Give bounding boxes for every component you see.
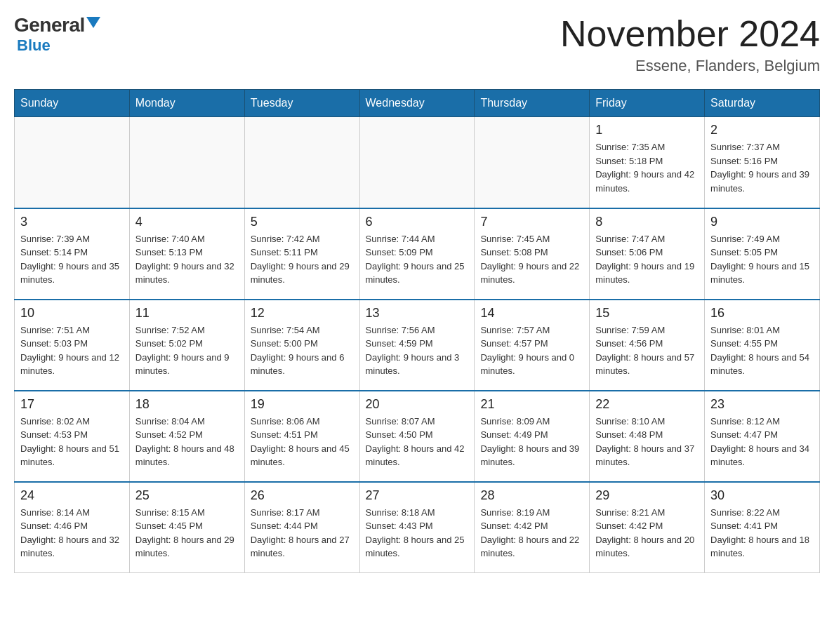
col-sunday: Sunday: [15, 90, 130, 117]
table-row: 13Sunrise: 7:56 AMSunset: 4:59 PMDayligh…: [359, 300, 475, 391]
calendar-row: 10Sunrise: 7:51 AMSunset: 5:03 PMDayligh…: [15, 300, 820, 391]
day-number: 12: [251, 306, 354, 321]
title-section: November 2024 Essene, Flanders, Belgium: [560, 14, 820, 75]
calendar-row: 24Sunrise: 8:14 AMSunset: 4:46 PMDayligh…: [15, 482, 820, 573]
logo-triangle-icon: [86, 17, 100, 28]
day-info: Sunrise: 8:09 AMSunset: 4:49 PMDaylight:…: [480, 415, 583, 469]
table-row: 9Sunrise: 7:49 AMSunset: 5:05 PMDaylight…: [705, 208, 820, 300]
table-row: 16Sunrise: 8:01 AMSunset: 4:55 PMDayligh…: [705, 300, 820, 391]
day-number: 28: [480, 488, 583, 503]
table-row: 15Sunrise: 7:59 AMSunset: 4:56 PMDayligh…: [590, 300, 705, 391]
day-number: 29: [595, 488, 699, 503]
table-row: 2Sunrise: 7:37 AMSunset: 5:16 PMDaylight…: [705, 117, 820, 208]
day-info: Sunrise: 8:19 AMSunset: 4:42 PMDaylight:…: [480, 506, 583, 561]
col-monday: Monday: [129, 90, 244, 117]
day-info: Sunrise: 8:01 AMSunset: 4:55 PMDaylight:…: [710, 323, 814, 378]
table-row: 26Sunrise: 8:17 AMSunset: 4:44 PMDayligh…: [244, 482, 359, 573]
table-row: 4Sunrise: 7:40 AMSunset: 5:13 PMDaylight…: [129, 208, 244, 300]
table-row: 12Sunrise: 7:54 AMSunset: 5:00 PMDayligh…: [244, 300, 359, 391]
table-row: 19Sunrise: 8:06 AMSunset: 4:51 PMDayligh…: [244, 391, 359, 482]
day-number: 14: [480, 306, 583, 321]
table-row: 7Sunrise: 7:45 AMSunset: 5:08 PMDaylight…: [475, 208, 590, 300]
day-number: 15: [595, 306, 699, 321]
day-info: Sunrise: 7:57 AMSunset: 4:57 PMDaylight:…: [480, 323, 583, 378]
day-info: Sunrise: 8:22 AMSunset: 4:41 PMDaylight:…: [710, 506, 814, 561]
table-row: 25Sunrise: 8:15 AMSunset: 4:45 PMDayligh…: [129, 482, 244, 573]
location-subtitle: Essene, Flanders, Belgium: [560, 57, 820, 75]
page-header: General Blue November 2024 Essene, Fland…: [14, 14, 820, 75]
calendar-table: Sunday Monday Tuesday Wednesday Thursday…: [14, 89, 820, 573]
table-row: 17Sunrise: 8:02 AMSunset: 4:53 PMDayligh…: [15, 391, 130, 482]
month-year-title: November 2024: [560, 14, 820, 54]
day-info: Sunrise: 7:37 AMSunset: 5:16 PMDaylight:…: [710, 140, 814, 195]
calendar-header-row: Sunday Monday Tuesday Wednesday Thursday…: [15, 90, 820, 117]
day-info: Sunrise: 8:21 AMSunset: 4:42 PMDaylight:…: [595, 506, 699, 561]
day-number: 19: [251, 397, 354, 412]
day-info: Sunrise: 8:04 AMSunset: 4:52 PMDaylight:…: [135, 415, 239, 469]
day-number: 1: [595, 123, 699, 137]
day-number: 4: [135, 215, 239, 229]
table-row: 23Sunrise: 8:12 AMSunset: 4:47 PMDayligh…: [705, 391, 820, 482]
day-info: Sunrise: 7:49 AMSunset: 5:05 PMDaylight:…: [710, 232, 814, 287]
day-info: Sunrise: 7:56 AMSunset: 4:59 PMDaylight:…: [366, 323, 469, 378]
day-number: 13: [366, 306, 469, 321]
day-number: 10: [20, 306, 124, 321]
table-row: 24Sunrise: 8:14 AMSunset: 4:46 PMDayligh…: [15, 482, 130, 573]
day-info: Sunrise: 7:54 AMSunset: 5:00 PMDaylight:…: [251, 323, 354, 378]
table-row: 30Sunrise: 8:22 AMSunset: 4:41 PMDayligh…: [705, 482, 820, 573]
day-info: Sunrise: 7:59 AMSunset: 4:56 PMDaylight:…: [595, 323, 699, 378]
day-number: 22: [595, 397, 699, 412]
table-row: [129, 117, 244, 208]
day-info: Sunrise: 7:35 AMSunset: 5:18 PMDaylight:…: [595, 140, 699, 195]
table-row: 1Sunrise: 7:35 AMSunset: 5:18 PMDaylight…: [590, 117, 705, 208]
col-wednesday: Wednesday: [359, 90, 475, 117]
day-number: 30: [710, 488, 814, 503]
day-number: 8: [595, 215, 699, 229]
table-row: [15, 117, 130, 208]
day-number: 21: [480, 397, 583, 412]
day-number: 24: [20, 488, 124, 503]
day-number: 11: [135, 306, 239, 321]
table-row: 28Sunrise: 8:19 AMSunset: 4:42 PMDayligh…: [475, 482, 590, 573]
day-number: 26: [251, 488, 354, 503]
table-row: 6Sunrise: 7:44 AMSunset: 5:09 PMDaylight…: [359, 208, 475, 300]
day-info: Sunrise: 7:40 AMSunset: 5:13 PMDaylight:…: [135, 232, 239, 287]
day-info: Sunrise: 8:15 AMSunset: 4:45 PMDaylight:…: [135, 506, 239, 561]
table-row: 10Sunrise: 7:51 AMSunset: 5:03 PMDayligh…: [15, 300, 130, 391]
table-row: [475, 117, 590, 208]
day-number: 2: [710, 123, 814, 137]
table-row: 27Sunrise: 8:18 AMSunset: 4:43 PMDayligh…: [359, 482, 475, 573]
day-number: 7: [480, 215, 583, 229]
table-row: 21Sunrise: 8:09 AMSunset: 4:49 PMDayligh…: [475, 391, 590, 482]
day-number: 6: [366, 215, 469, 229]
day-info: Sunrise: 7:39 AMSunset: 5:14 PMDaylight:…: [20, 232, 124, 287]
day-info: Sunrise: 8:10 AMSunset: 4:48 PMDaylight:…: [595, 415, 699, 469]
day-number: 23: [710, 397, 814, 412]
logo-general-text: General: [14, 14, 85, 36]
table-row: 5Sunrise: 7:42 AMSunset: 5:11 PMDaylight…: [244, 208, 359, 300]
table-row: [244, 117, 359, 208]
day-info: Sunrise: 8:06 AMSunset: 4:51 PMDaylight:…: [251, 415, 354, 469]
day-number: 3: [20, 215, 124, 229]
day-info: Sunrise: 8:18 AMSunset: 4:43 PMDaylight:…: [366, 506, 469, 561]
day-info: Sunrise: 7:45 AMSunset: 5:08 PMDaylight:…: [480, 232, 583, 287]
day-number: 27: [366, 488, 469, 503]
day-number: 9: [710, 215, 814, 229]
day-info: Sunrise: 8:02 AMSunset: 4:53 PMDaylight:…: [20, 415, 124, 469]
day-info: Sunrise: 7:47 AMSunset: 5:06 PMDaylight:…: [595, 232, 699, 287]
day-info: Sunrise: 8:17 AMSunset: 4:44 PMDaylight:…: [251, 506, 354, 561]
logo: General Blue: [14, 14, 100, 55]
col-saturday: Saturday: [705, 90, 820, 117]
day-info: Sunrise: 8:07 AMSunset: 4:50 PMDaylight:…: [366, 415, 469, 469]
day-number: 5: [251, 215, 354, 229]
day-info: Sunrise: 7:42 AMSunset: 5:11 PMDaylight:…: [251, 232, 354, 287]
table-row: 22Sunrise: 8:10 AMSunset: 4:48 PMDayligh…: [590, 391, 705, 482]
day-info: Sunrise: 7:52 AMSunset: 5:02 PMDaylight:…: [135, 323, 239, 378]
table-row: [359, 117, 475, 208]
day-number: 18: [135, 397, 239, 412]
table-row: 20Sunrise: 8:07 AMSunset: 4:50 PMDayligh…: [359, 391, 475, 482]
day-info: Sunrise: 8:14 AMSunset: 4:46 PMDaylight:…: [20, 506, 124, 561]
calendar-row: 1Sunrise: 7:35 AMSunset: 5:18 PMDaylight…: [15, 117, 820, 208]
day-info: Sunrise: 7:44 AMSunset: 5:09 PMDaylight:…: [366, 232, 469, 287]
calendar-row: 3Sunrise: 7:39 AMSunset: 5:14 PMDaylight…: [15, 208, 820, 300]
